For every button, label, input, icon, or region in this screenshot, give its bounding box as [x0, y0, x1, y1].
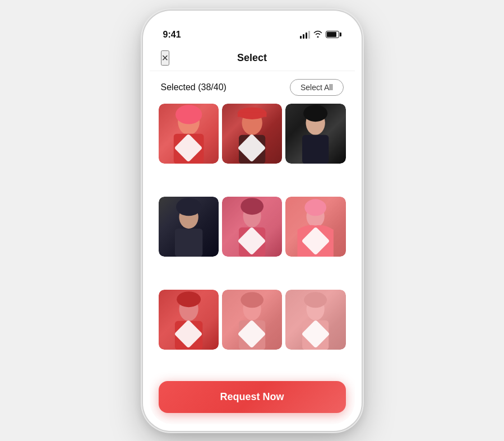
check-mark: [242, 138, 262, 158]
photo-item[interactable]: [222, 290, 282, 350]
request-now-button[interactable]: Request Now: [159, 381, 346, 413]
photo-item[interactable]: [285, 197, 345, 257]
photo-item[interactable]: [285, 290, 345, 350]
status-time: 9:41: [163, 30, 181, 40]
photo-thumbnail: [285, 104, 345, 164]
check-mark: [306, 324, 326, 344]
check-mark: [178, 138, 198, 158]
check-mark: [178, 324, 198, 344]
svg-rect-12: [174, 228, 202, 256]
app-content: × Select Selected (38/40) Select All: [150, 45, 355, 424]
photo-thumbnail: [159, 197, 219, 257]
status-icons: [300, 30, 341, 39]
photo-item[interactable]: [285, 104, 345, 164]
check-mark: [242, 324, 262, 344]
header-title: Select: [237, 52, 267, 64]
battery-icon: [326, 31, 341, 38]
svg-point-8: [303, 105, 327, 122]
svg-rect-9: [302, 134, 329, 164]
close-button[interactable]: ×: [161, 50, 170, 66]
photo-item[interactable]: [159, 197, 219, 257]
photo-item[interactable]: [159, 290, 219, 350]
wifi-icon: [313, 30, 322, 39]
request-button-container: Request Now: [159, 381, 346, 413]
photo-item[interactable]: [222, 197, 282, 257]
select-all-button[interactable]: Select All: [290, 79, 344, 96]
phone-screen: 9:41: [150, 17, 355, 424]
signal-icon: [300, 31, 310, 39]
selected-count-label: Selected (38/40): [161, 82, 226, 92]
header: × Select: [150, 45, 355, 71]
svg-point-11: [176, 198, 201, 216]
photo-item[interactable]: [159, 104, 219, 164]
check-mark: [242, 231, 262, 251]
photo-grid: [150, 104, 355, 424]
photo-item[interactable]: [222, 104, 282, 164]
check-mark: [306, 231, 326, 251]
phone-frame: 9:41: [143, 11, 362, 431]
status-bar: 9:41: [150, 17, 355, 45]
selection-bar: Selected (38/40) Select All: [150, 71, 355, 104]
